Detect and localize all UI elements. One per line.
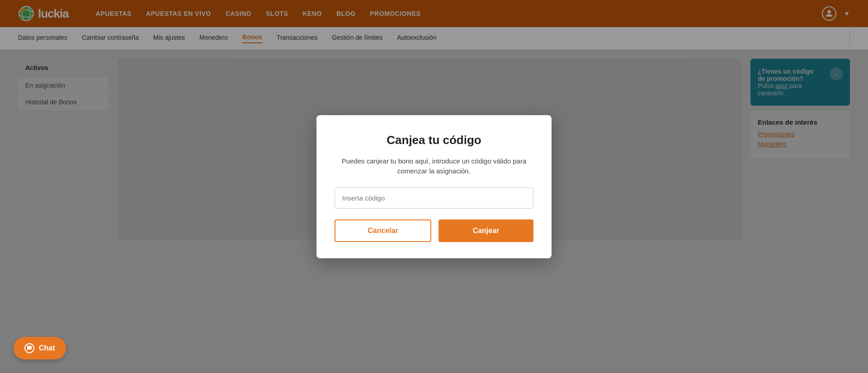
- modal-dialog: Canjea tu código Puedes canjear tu bono …: [316, 115, 552, 258]
- chat-button[interactable]: Chat: [14, 337, 66, 359]
- chat-label: Chat: [39, 344, 55, 352]
- confirm-button[interactable]: Canjear: [439, 219, 533, 242]
- cancel-button[interactable]: Cancelar: [335, 219, 431, 242]
- modal-overlay[interactable]: Canjea tu código Puedes canjear tu bono …: [0, 0, 868, 373]
- chat-icon: [24, 343, 34, 353]
- modal-description: Puedes canjear tu bono aquí, introduce u…: [335, 156, 533, 177]
- modal-title: Canjea tu código: [335, 133, 533, 147]
- chat-svg: [27, 345, 32, 351]
- modal-buttons: Cancelar Canjear: [335, 219, 533, 242]
- code-input[interactable]: [335, 187, 533, 209]
